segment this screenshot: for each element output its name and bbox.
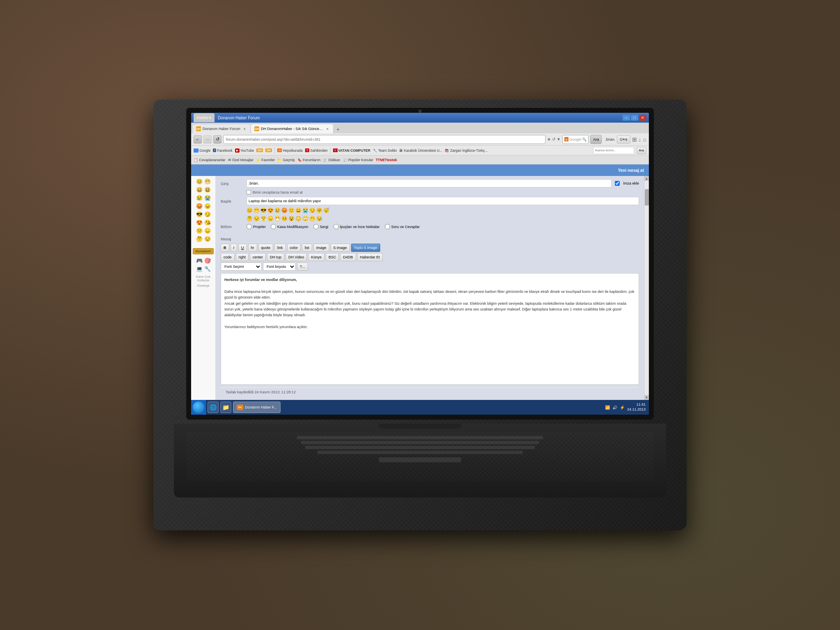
em5[interactable]: 😢 <box>274 208 281 213</box>
bookmark-hepsiburada[interactable]: H Hepsiburada <box>277 148 302 153</box>
btn-question[interactable]: ?... <box>297 262 308 271</box>
bookmark-favoriler[interactable]: ⭐ Favoriler <box>256 158 275 162</box>
em22[interactable]: 😬 <box>309 216 315 221</box>
btn-s-image[interactable]: S image <box>331 244 350 252</box>
em7[interactable]: 🙂 <box>288 208 294 213</box>
emoji-9[interactable]: 😎 <box>196 210 203 218</box>
btn-image[interactable]: image <box>313 244 329 252</box>
em1[interactable]: 😊 <box>247 208 253 213</box>
bookmark-google[interactable]: Google <box>194 148 210 153</box>
emoji-1[interactable]: 😊 <box>196 178 203 185</box>
start-button[interactable] <box>191 400 206 415</box>
em19[interactable]: 😵 <box>288 216 294 221</box>
emoji-5[interactable]: 😢 <box>196 194 203 201</box>
radio-kasa[interactable]: Kasa Modifikasyon <box>271 224 308 229</box>
emoji-19[interactable]: 💻 <box>196 265 203 272</box>
bookmark-dh1[interactable]: DH <box>256 148 263 152</box>
em12[interactable]: 😴 <box>323 208 329 213</box>
scroll-thumb[interactable] <box>645 189 649 205</box>
emoji-8[interactable]: 😠 <box>204 202 211 210</box>
radio-soru[interactable]: Soru ve Cevaplar <box>385 224 420 229</box>
maximize-button[interactable]: □ <box>631 115 638 121</box>
tab-2[interactable]: DH DH DonanımHaber - Sık Sık Güncellen..… <box>251 124 333 133</box>
font-boyutu-select[interactable]: Font boyutu <box>263 262 296 271</box>
btn-hr[interactable]: hr <box>248 244 257 252</box>
search-field[interactable] <box>593 147 634 154</box>
btn-kunye[interactable]: Künye <box>308 253 324 261</box>
tab-2-close[interactable]: × <box>325 126 330 131</box>
bookmark-zargan[interactable]: 📚 Zargan İngilizce-Türkç... <box>445 148 488 153</box>
minimize-button[interactable]: ─ <box>623 115 630 121</box>
emoji-12[interactable]: 😘 <box>204 219 211 226</box>
radio-ipuclari[interactable]: İpuçları ve İnce Noktalar <box>333 224 380 229</box>
scroll-up-arrow[interactable]: ▲ <box>644 176 649 181</box>
email-checkbox[interactable] <box>247 190 251 194</box>
btn-right[interactable]: right <box>236 253 249 261</box>
bookmark-dukkan[interactable]: 🛒 Dükkan <box>323 158 340 162</box>
em13[interactable]: 🤔 <box>247 216 253 221</box>
emoji-14[interactable]: 😞 <box>204 227 211 234</box>
em14[interactable]: 😒 <box>253 216 260 221</box>
taskbar-folder-icon[interactable]: 📁 <box>220 402 231 413</box>
em17[interactable]: 😷 <box>274 216 281 221</box>
bookmark-populer[interactable]: 📰 Popüler Konular <box>343 158 373 162</box>
em3[interactable]: 😎 <box>260 208 267 213</box>
bookmark-forumlari[interactable]: 🔖 Forumlarım <box>297 158 321 162</box>
em11[interactable]: 🤗 <box>316 208 322 213</box>
page-scrollbar[interactable]: ▲ ▼ <box>644 176 649 400</box>
muhabbet-button[interactable]: Muhabbet! <box>193 248 214 254</box>
firefox-menu-btn[interactable]: Firefox ▾ <box>194 113 215 122</box>
emoji-3[interactable]: 😄 <box>196 186 203 193</box>
reload-button[interactable]: ↺ <box>213 135 221 144</box>
btn-center[interactable]: center <box>250 253 266 261</box>
taskbar-browser-item[interactable]: DH Donanım Haber F... <box>233 402 281 413</box>
btn-dh-video[interactable]: DH Video <box>285 253 307 261</box>
bookmark-vatan[interactable]: V VATAN COMPUTER <box>333 148 370 153</box>
emoji-11[interactable]: 😍 <box>196 219 203 226</box>
imza-checkbox[interactable] <box>615 181 620 186</box>
forward-button[interactable]: → <box>203 135 212 144</box>
bookmark-cevaplanananlar[interactable]: 📋 Cevaplanananlar <box>194 158 226 162</box>
search-button[interactable]: Ara <box>590 135 602 144</box>
btn-link[interactable]: link <box>274 244 286 252</box>
emoji-10[interactable]: 😏 <box>204 210 211 218</box>
emoji-6[interactable]: 😭 <box>204 194 211 201</box>
search-input[interactable]: Google <box>569 137 581 142</box>
emoji-2[interactable]: 😁 <box>204 178 211 185</box>
em8[interactable]: 😄 <box>295 208 301 213</box>
message-textarea[interactable]: Herkese iyi forumlar ve modlar diliyorum… <box>221 273 639 385</box>
em10[interactable]: 😏 <box>309 208 315 213</box>
btn-dh-tup[interactable]: DH tup <box>267 253 284 261</box>
bookmark-dh2[interactable]: DH <box>265 148 272 152</box>
emoji-4[interactable]: 😃 <box>204 186 211 193</box>
em23[interactable]: 😪 <box>316 216 322 221</box>
scroll-down-arrow[interactable]: ▼ <box>644 395 649 400</box>
bookmark-gecmis[interactable]: 📁 Geçmiş <box>277 158 294 162</box>
font-secimi-select[interactable]: Font Seçimi <box>221 262 262 271</box>
btn-list[interactable]: list <box>302 244 312 252</box>
em16[interactable]: 😞 <box>267 216 274 221</box>
logout-button[interactable]: Çıkış <box>617 135 630 144</box>
btn-italic[interactable]: I <box>231 244 237 252</box>
btn-underline[interactable]: U <box>238 244 247 252</box>
emoji-16[interactable]: 😒 <box>204 235 211 242</box>
bookmark-ttnet[interactable]: TTNETtestek <box>376 158 397 162</box>
em21[interactable]: 🙄 <box>302 216 308 221</box>
taskbar-ie-icon[interactable]: 🌐 <box>208 402 219 413</box>
radio-projeler[interactable]: Projeler <box>247 224 266 229</box>
btn-quote[interactable]: quote <box>258 244 274 252</box>
btn-toplu-s-image[interactable]: Toplu S image <box>351 244 380 252</box>
emoji-20[interactable]: 🔧 <box>204 265 211 272</box>
tab-1[interactable]: DH Donanım Haber Forum × <box>193 124 250 133</box>
em20[interactable]: 😳 <box>295 216 301 221</box>
emoji-15[interactable]: 🤔 <box>196 235 203 242</box>
btn-d4db[interactable]: D4DB <box>340 253 356 261</box>
bookmark-sahibinden[interactable]: S Sahibinden <box>305 148 328 153</box>
new-tab-button[interactable]: + <box>334 125 342 133</box>
bookmark-youtube[interactable]: ▶ YouTube <box>235 148 254 153</box>
back-button[interactable]: ← <box>194 135 202 144</box>
emoji-18[interactable]: 🎯 <box>204 257 211 264</box>
emoji-13[interactable]: 😕 <box>196 227 203 234</box>
radio-sergi[interactable]: Sergi <box>313 224 329 229</box>
em6[interactable]: 😡 <box>281 208 288 213</box>
